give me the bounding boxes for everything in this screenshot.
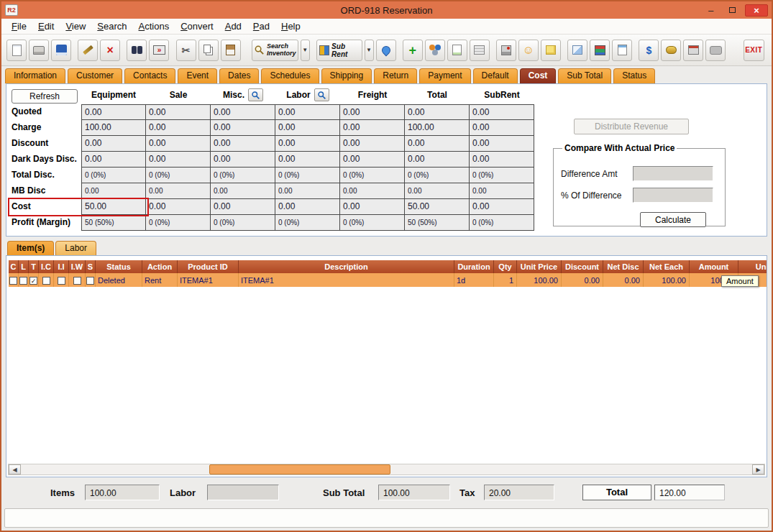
col-ii[interactable]: I.I	[54, 260, 69, 273]
sub-rent-dropdown[interactable]: ▼	[365, 40, 374, 61]
checkbox-t[interactable]: ✓	[29, 277, 37, 285]
menu-help[interactable]: Help	[275, 19, 306, 33]
sub-total-field[interactable]: 100.00	[378, 485, 450, 500]
tab-items[interactable]: Item(s)	[7, 241, 54, 255]
tab-contacts[interactable]: Contacts	[124, 68, 175, 83]
print-button[interactable]	[29, 40, 49, 61]
stack-button[interactable]	[590, 40, 610, 61]
col-l[interactable]: L	[19, 260, 29, 273]
copy-button[interactable]	[198, 40, 219, 61]
checkbox-ic[interactable]	[42, 277, 50, 285]
tax-field[interactable]: 20.00	[484, 485, 554, 500]
coins-button[interactable]	[661, 40, 681, 61]
menu-file[interactable]: File	[6, 19, 32, 33]
menu-search[interactable]: Search	[91, 19, 132, 33]
close-button[interactable]: ×	[745, 4, 768, 17]
scroll-track[interactable]	[21, 464, 752, 474]
col-duration[interactable]: Duration	[454, 260, 494, 273]
export-button[interactable]: »	[149, 40, 169, 61]
col-description[interactable]: Description	[239, 260, 454, 273]
checkbox-ii[interactable]	[58, 277, 65, 285]
col-net-disc[interactable]: Net Disc	[603, 260, 644, 273]
form-edit-button[interactable]	[612, 40, 632, 61]
tab-payment[interactable]: Payment	[419, 68, 470, 83]
col-discount[interactable]: Discount	[562, 260, 603, 273]
items-total-field[interactable]: 100.00	[85, 485, 160, 500]
pct-of-difference-field[interactable]	[633, 188, 713, 203]
tab-customer[interactable]: Customer	[68, 68, 122, 83]
maximize-button[interactable]	[723, 4, 741, 17]
col-c[interactable]: C	[9, 260, 19, 273]
package-button[interactable]	[567, 40, 587, 61]
tab-information[interactable]: Information	[5, 68, 65, 83]
tab-default[interactable]: Default	[473, 68, 518, 83]
difference-amt-field[interactable]	[633, 166, 713, 181]
total-field[interactable]: 120.00	[654, 485, 725, 500]
tab-cost[interactable]: Cost	[520, 68, 557, 83]
menu-pad[interactable]: Pad	[247, 19, 275, 33]
col-net-each[interactable]: Net Each	[644, 260, 690, 273]
site-button[interactable]	[496, 40, 516, 61]
sub-rent-button[interactable]: Sub Rent	[316, 40, 362, 61]
menu-view[interactable]: View	[60, 19, 91, 33]
exit-button[interactable]: EXIT	[744, 40, 764, 61]
checkbox-iw[interactable]	[73, 277, 81, 285]
col-ic[interactable]: I.C	[39, 260, 54, 273]
search-inventory-button[interactable]: Search Inventory	[252, 40, 298, 61]
tab-return[interactable]: Return	[374, 68, 417, 83]
add-button[interactable]: +	[403, 40, 423, 61]
tab-schedules[interactable]: Schedules	[261, 68, 319, 83]
refresh-button[interactable]: Refresh	[12, 89, 78, 104]
cards-button[interactable]	[470, 40, 490, 61]
col-amount[interactable]: Amount	[690, 260, 738, 273]
labor-total-field[interactable]	[207, 485, 279, 500]
tab-labor[interactable]: Labor	[55, 241, 96, 255]
col-action[interactable]: Action	[142, 260, 178, 273]
menu-add[interactable]: Add	[219, 19, 247, 33]
col-unit-price[interactable]: Unit Price	[517, 260, 562, 273]
col-s[interactable]: S	[86, 260, 96, 273]
transfer-button[interactable]	[376, 40, 396, 61]
search-inventory-dropdown[interactable]: ▼	[301, 40, 310, 61]
find-button[interactable]	[127, 40, 147, 61]
calculate-button[interactable]: Calculate	[640, 212, 706, 227]
col-status[interactable]: Status	[96, 260, 142, 273]
new-document-button[interactable]	[6, 40, 27, 61]
currency-button[interactable]: $	[639, 40, 659, 61]
col-qty[interactable]: Qty	[494, 260, 517, 273]
menu-actions[interactable]: Actions	[133, 19, 175, 33]
save-button[interactable]	[51, 40, 71, 61]
checkbox-s[interactable]	[86, 277, 94, 285]
menu-edit[interactable]: Edit	[32, 19, 60, 33]
scroll-thumb[interactable]	[209, 464, 390, 474]
smiley-button[interactable]: ☺	[518, 40, 539, 61]
cut-button[interactable]: ✂	[176, 40, 196, 61]
register-button[interactable]	[683, 40, 703, 61]
menu-convert[interactable]: Convert	[175, 19, 219, 33]
scroll-left-button[interactable]: ◀	[9, 464, 21, 474]
checkbox-c[interactable]	[9, 277, 17, 285]
cost-cell-selected[interactable]: 50.00	[81, 199, 146, 215]
distribute-revenue-button[interactable]: Distribute Revenue	[574, 119, 689, 134]
misc-search-button[interactable]	[248, 88, 263, 101]
col-unit[interactable]: Unit	[738, 260, 768, 273]
col-product-id[interactable]: Product ID	[178, 260, 239, 273]
minimize-button[interactable]: –	[702, 4, 720, 17]
tab-sub-total[interactable]: Sub Total	[558, 68, 611, 83]
checkbox-l[interactable]	[19, 277, 27, 285]
col-t[interactable]: T	[29, 260, 39, 273]
sticky-note-button[interactable]	[541, 40, 561, 61]
edit-button[interactable]	[78, 40, 98, 61]
scroll-right-button[interactable]: ▶	[752, 464, 764, 474]
stamp-button[interactable]	[705, 40, 726, 61]
delete-button[interactable]: ×	[100, 40, 120, 61]
item-row[interactable]: ✓ Deleted Rent ITEMA#1 ITEMA#1 1d 1 100.…	[9, 273, 768, 287]
labor-search-button[interactable]	[314, 88, 329, 101]
group-query-button[interactable]	[425, 40, 445, 61]
tab-dates[interactable]: Dates	[219, 68, 259, 83]
col-iw[interactable]: I.W	[69, 260, 86, 273]
paste-button[interactable]	[221, 40, 241, 61]
tab-event[interactable]: Event	[178, 68, 217, 83]
tab-shipping[interactable]: Shipping	[321, 68, 372, 83]
edit-note-button[interactable]	[447, 40, 467, 61]
